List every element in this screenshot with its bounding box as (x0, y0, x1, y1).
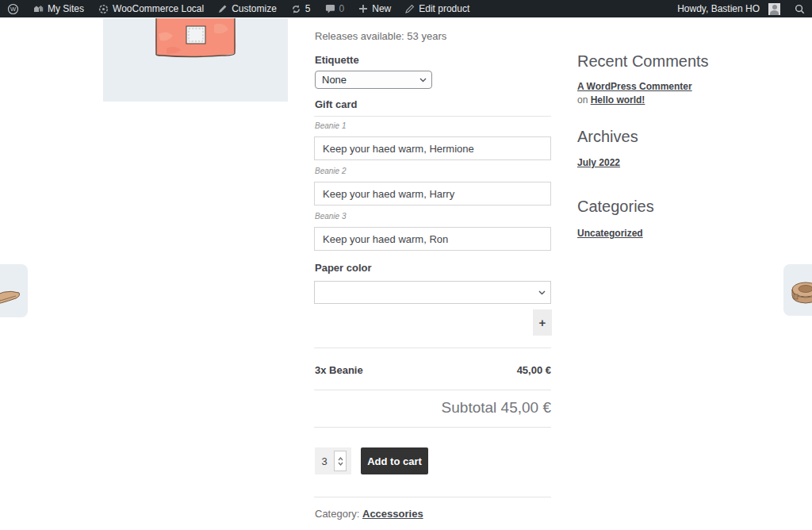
product-gallery-image[interactable] (103, 18, 288, 102)
divider (314, 348, 551, 348)
beanie-illustration (103, 18, 288, 102)
customize-label: Customize (232, 3, 277, 14)
gift-field-input-3[interactable] (314, 227, 551, 251)
pencil-icon (218, 4, 228, 13)
updates-count: 5 (305, 3, 311, 14)
releases-available-text: Releases available: 53 years (315, 30, 446, 42)
woocommerce-local-label: WooCommerce Local (113, 3, 204, 14)
gift-field-label: Beanie 1 (315, 121, 346, 130)
divider (314, 427, 551, 428)
customize-menu[interactable]: Customize (211, 0, 284, 17)
updates-menu[interactable]: 5 (284, 0, 318, 17)
chevron-down-icon (338, 462, 343, 466)
gift-field-label: Beanie 2 (315, 167, 346, 175)
category-label: Category: (315, 508, 359, 520)
network-icon (98, 4, 109, 14)
new-label: New (372, 3, 391, 14)
wp-admin-bar: W My Sites WooCommerce Local Customize 5… (0, 0, 812, 17)
svg-text:W: W (10, 6, 17, 13)
divider (314, 116, 551, 117)
quantity-input[interactable] (315, 455, 334, 467)
category-meta: Category: Accessories (315, 508, 423, 520)
belt-illustration (783, 264, 812, 316)
search-toggle[interactable] (787, 0, 812, 17)
comment-bubble-icon (325, 4, 335, 13)
gift-card-label: Gift card (315, 98, 357, 110)
line-item-price: 45,00 € (517, 364, 551, 376)
my-sites-menu[interactable]: My Sites (26, 0, 91, 17)
category-link[interactable]: Accessories (362, 508, 423, 520)
gift-field-label: Beanie 3 (315, 212, 346, 221)
chevron-up-icon (338, 457, 343, 461)
subtotal-text: Subtotal 45,00 € (442, 399, 551, 417)
cart-line-item: 3x Beanie 45,00 € (315, 364, 551, 376)
wordpress-logo-icon[interactable]: W (0, 0, 26, 17)
next-product-thumbnail[interactable] (783, 264, 812, 316)
comment-post-link[interactable]: Hello world! (591, 94, 645, 106)
etiquette-label: Etiquette (315, 54, 359, 66)
add-to-cart-button[interactable]: Add to cart (361, 447, 428, 474)
comments-menu[interactable]: 0 (318, 0, 352, 17)
woocommerce-local-menu[interactable]: WooCommerce Local (91, 0, 211, 17)
line-item-name: 3x Beanie (315, 364, 363, 376)
updates-icon (291, 4, 301, 14)
category-uncategorized-link[interactable]: Uncategorized (577, 228, 643, 239)
categories-title: Categories (577, 198, 654, 216)
etiquette-select[interactable]: None (315, 71, 432, 89)
archives-title: Archives (577, 128, 638, 146)
edit-product-menu[interactable]: Edit product (398, 0, 477, 17)
my-sites-label: My Sites (48, 3, 84, 14)
comment-on-text: on (577, 94, 588, 106)
edit-pencil-icon (405, 4, 415, 13)
comments-count: 0 (339, 3, 345, 14)
paper-color-select[interactable] (314, 281, 551, 304)
plus-icon (358, 4, 368, 13)
new-content-menu[interactable]: New (351, 0, 398, 17)
quantity-stepper[interactable] (334, 451, 347, 471)
gift-field-input-1[interactable] (314, 136, 551, 160)
paper-color-label: Paper color (315, 262, 372, 274)
howdy-label: Howdy, Bastien HO (677, 3, 760, 14)
belt-illustration (0, 264, 28, 317)
recent-comment-item: A WordPress Commenter on Hello world! (577, 80, 696, 108)
archive-link[interactable]: July 2022 (577, 157, 620, 168)
prev-product-thumbnail[interactable] (0, 264, 28, 317)
avatar (768, 3, 780, 15)
gift-field-input-2[interactable] (314, 182, 551, 205)
product-summary: Releases available: 53 years Etiquette N… (314, 0, 551, 530)
add-gift-field-button[interactable]: + (533, 309, 552, 336)
divider (314, 390, 551, 390)
divider (314, 497, 551, 497)
quantity-field (315, 447, 351, 474)
recent-comments-title: Recent Comments (577, 52, 709, 71)
search-icon (795, 4, 805, 14)
my-account-menu[interactable]: Howdy, Bastien HO (670, 0, 787, 17)
my-sites-icon (33, 4, 44, 13)
edit-product-label: Edit product (419, 3, 469, 14)
comment-author-link[interactable]: A WordPress Commenter (577, 81, 692, 92)
